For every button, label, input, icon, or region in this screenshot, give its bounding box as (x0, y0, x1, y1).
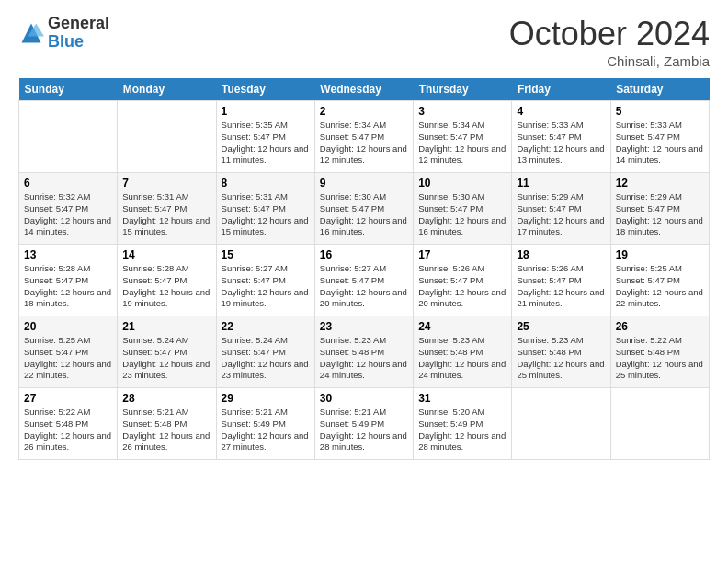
day-info: Sunrise: 5:29 AM Sunset: 5:47 PM Dayligh… (517, 191, 605, 238)
day-number: 21 (122, 320, 210, 333)
day-info: Sunrise: 5:26 AM Sunset: 5:47 PM Dayligh… (517, 263, 605, 310)
day-number: 14 (122, 248, 210, 261)
day-number: 2 (320, 105, 408, 118)
day-number: 18 (517, 248, 605, 261)
location-subtitle: Chinsali, Zambia (509, 53, 710, 69)
day-cell: 6Sunrise: 5:32 AM Sunset: 5:47 PM Daylig… (19, 173, 118, 245)
day-info: Sunrise: 5:22 AM Sunset: 5:48 PM Dayligh… (616, 335, 704, 382)
title-block: October 2024 Chinsali, Zambia (509, 15, 710, 69)
day-cell: 5Sunrise: 5:33 AM Sunset: 5:47 PM Daylig… (610, 101, 709, 173)
day-number: 1 (222, 105, 310, 118)
weekday-header-sunday: Sunday (19, 78, 118, 101)
day-cell: 27Sunrise: 5:22 AM Sunset: 5:48 PM Dayli… (19, 388, 118, 460)
weekday-header-thursday: Thursday (414, 78, 512, 101)
day-cell: 19Sunrise: 5:25 AM Sunset: 5:47 PM Dayli… (610, 245, 709, 316)
day-info: Sunrise: 5:29 AM Sunset: 5:47 PM Dayligh… (616, 191, 704, 238)
day-cell: 2Sunrise: 5:34 AM Sunset: 5:47 PM Daylig… (314, 101, 413, 173)
day-number: 29 (222, 392, 310, 405)
day-number: 12 (616, 177, 704, 190)
day-cell: 21Sunrise: 5:24 AM Sunset: 5:47 PM Dayli… (118, 316, 216, 388)
day-info: Sunrise: 5:23 AM Sunset: 5:48 PM Dayligh… (418, 335, 506, 382)
day-number: 31 (418, 392, 506, 405)
day-cell: 28Sunrise: 5:21 AM Sunset: 5:48 PM Dayli… (118, 388, 216, 460)
day-number: 3 (418, 105, 506, 118)
calendar-header: SundayMondayTuesdayWednesdayThursdayFrid… (19, 78, 710, 101)
day-cell: 15Sunrise: 5:27 AM Sunset: 5:47 PM Dayli… (216, 245, 314, 316)
week-row-2: 6Sunrise: 5:32 AM Sunset: 5:47 PM Daylig… (19, 173, 710, 245)
weekday-header-tuesday: Tuesday (216, 78, 314, 101)
month-title: October 2024 (509, 15, 710, 53)
calendar-page: General Blue October 2024 Chinsali, Zamb… (0, 0, 728, 563)
day-cell: 14Sunrise: 5:28 AM Sunset: 5:47 PM Dayli… (118, 245, 216, 316)
day-number: 23 (320, 320, 408, 333)
day-info: Sunrise: 5:35 AM Sunset: 5:47 PM Dayligh… (222, 120, 310, 167)
day-cell: 11Sunrise: 5:29 AM Sunset: 5:47 PM Dayli… (512, 173, 610, 245)
day-number: 25 (517, 320, 605, 333)
day-info: Sunrise: 5:32 AM Sunset: 5:47 PM Dayligh… (24, 191, 112, 238)
weekday-row: SundayMondayTuesdayWednesdayThursdayFrid… (19, 78, 710, 101)
day-info: Sunrise: 5:21 AM Sunset: 5:48 PM Dayligh… (122, 407, 210, 454)
day-number: 11 (517, 177, 605, 190)
day-cell: 31Sunrise: 5:20 AM Sunset: 5:49 PM Dayli… (414, 388, 512, 460)
day-number: 9 (320, 177, 408, 190)
day-info: Sunrise: 5:27 AM Sunset: 5:47 PM Dayligh… (222, 263, 310, 310)
logo-blue: Blue (48, 33, 109, 52)
day-cell: 24Sunrise: 5:23 AM Sunset: 5:48 PM Dayli… (414, 316, 512, 388)
weekday-header-wednesday: Wednesday (314, 78, 413, 101)
logo: General Blue (18, 15, 109, 52)
day-cell: 22Sunrise: 5:24 AM Sunset: 5:47 PM Dayli… (216, 316, 314, 388)
day-info: Sunrise: 5:28 AM Sunset: 5:47 PM Dayligh… (24, 263, 112, 310)
logo-general: General (48, 15, 109, 33)
day-cell (118, 101, 216, 173)
day-cell: 13Sunrise: 5:28 AM Sunset: 5:47 PM Dayli… (19, 245, 118, 316)
day-info: Sunrise: 5:33 AM Sunset: 5:47 PM Dayligh… (517, 120, 605, 167)
day-number: 26 (616, 320, 704, 333)
day-info: Sunrise: 5:28 AM Sunset: 5:47 PM Dayligh… (122, 263, 210, 310)
week-row-3: 13Sunrise: 5:28 AM Sunset: 5:47 PM Dayli… (19, 245, 710, 316)
calendar-body: 1Sunrise: 5:35 AM Sunset: 5:47 PM Daylig… (19, 101, 710, 460)
day-cell: 17Sunrise: 5:26 AM Sunset: 5:47 PM Dayli… (414, 245, 512, 316)
day-cell (610, 388, 709, 460)
header: General Blue October 2024 Chinsali, Zamb… (18, 15, 710, 69)
day-info: Sunrise: 5:24 AM Sunset: 5:47 PM Dayligh… (222, 335, 310, 382)
day-info: Sunrise: 5:31 AM Sunset: 5:47 PM Dayligh… (222, 191, 310, 238)
day-cell: 18Sunrise: 5:26 AM Sunset: 5:47 PM Dayli… (512, 245, 610, 316)
day-cell: 8Sunrise: 5:31 AM Sunset: 5:47 PM Daylig… (216, 173, 314, 245)
day-number: 4 (517, 105, 605, 118)
day-number: 7 (122, 177, 210, 190)
day-number: 10 (418, 177, 506, 190)
day-number: 8 (222, 177, 310, 190)
day-info: Sunrise: 5:34 AM Sunset: 5:47 PM Dayligh… (418, 120, 506, 167)
weekday-header-saturday: Saturday (610, 78, 709, 101)
day-number: 6 (24, 177, 112, 190)
day-number: 13 (24, 248, 112, 261)
logo-text: General Blue (48, 15, 109, 52)
day-info: Sunrise: 5:21 AM Sunset: 5:49 PM Dayligh… (320, 407, 408, 454)
day-info: Sunrise: 5:31 AM Sunset: 5:47 PM Dayligh… (122, 191, 210, 238)
day-cell: 1Sunrise: 5:35 AM Sunset: 5:47 PM Daylig… (216, 101, 314, 173)
day-info: Sunrise: 5:20 AM Sunset: 5:49 PM Dayligh… (418, 407, 506, 454)
day-info: Sunrise: 5:27 AM Sunset: 5:47 PM Dayligh… (320, 263, 408, 310)
calendar-table: SundayMondayTuesdayWednesdayThursdayFrid… (18, 78, 710, 460)
day-info: Sunrise: 5:21 AM Sunset: 5:49 PM Dayligh… (222, 407, 310, 454)
weekday-header-friday: Friday (512, 78, 610, 101)
day-number: 22 (222, 320, 310, 333)
day-number: 19 (616, 248, 704, 261)
day-cell: 29Sunrise: 5:21 AM Sunset: 5:49 PM Dayli… (216, 388, 314, 460)
day-info: Sunrise: 5:33 AM Sunset: 5:47 PM Dayligh… (616, 120, 704, 167)
day-number: 16 (320, 248, 408, 261)
day-info: Sunrise: 5:25 AM Sunset: 5:47 PM Dayligh… (616, 263, 704, 310)
day-cell: 26Sunrise: 5:22 AM Sunset: 5:48 PM Dayli… (610, 316, 709, 388)
day-cell: 23Sunrise: 5:23 AM Sunset: 5:48 PM Dayli… (314, 316, 413, 388)
day-info: Sunrise: 5:22 AM Sunset: 5:48 PM Dayligh… (24, 407, 112, 454)
day-info: Sunrise: 5:25 AM Sunset: 5:47 PM Dayligh… (24, 335, 112, 382)
logo-icon (18, 20, 44, 46)
day-cell: 10Sunrise: 5:30 AM Sunset: 5:47 PM Dayli… (414, 173, 512, 245)
day-number: 15 (222, 248, 310, 261)
day-cell (512, 388, 610, 460)
day-cell: 9Sunrise: 5:30 AM Sunset: 5:47 PM Daylig… (314, 173, 413, 245)
day-cell: 12Sunrise: 5:29 AM Sunset: 5:47 PM Dayli… (610, 173, 709, 245)
day-info: Sunrise: 5:34 AM Sunset: 5:47 PM Dayligh… (320, 120, 408, 167)
week-row-4: 20Sunrise: 5:25 AM Sunset: 5:47 PM Dayli… (19, 316, 710, 388)
day-number: 24 (418, 320, 506, 333)
